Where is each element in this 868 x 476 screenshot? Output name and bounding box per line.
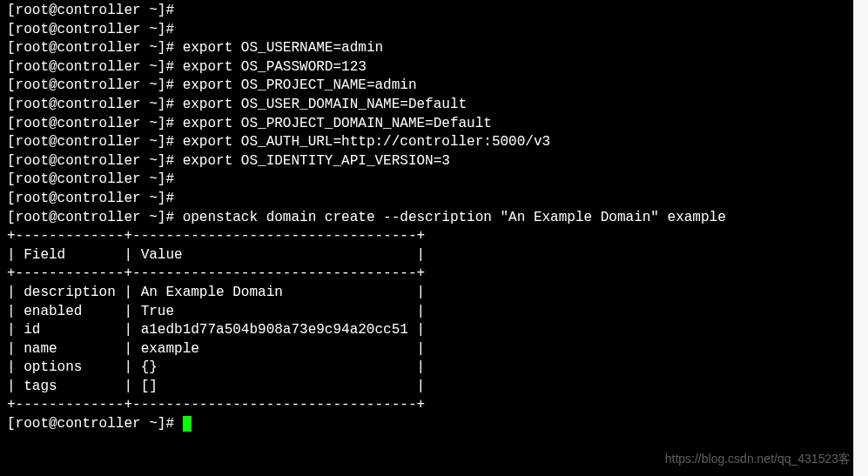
right-margin xyxy=(853,0,868,476)
table-row: | description | An Example Domain | xyxy=(7,285,425,300)
watermark-text: https://blog.csdn.net/qq_431523客 xyxy=(665,452,851,467)
command-line: [root@controller ~]# export OS_USERNAME=… xyxy=(7,40,383,56)
table-row: | enabled | True | xyxy=(7,304,425,319)
command-line: [root@controller ~]# export OS_PASSWORD=… xyxy=(7,59,367,75)
table-border: +-------------+-------------------------… xyxy=(7,265,425,281)
command-line: [root@controller ~]# export OS_IDENTITY_… xyxy=(7,153,450,169)
table-border: +-------------+-------------------------… xyxy=(7,228,425,244)
prompt-line: [root@controller ~]# xyxy=(7,3,183,18)
command-line: [root@controller ~]# export OS_PROJECT_D… xyxy=(7,116,492,131)
table-row: | options | {} | xyxy=(7,359,425,375)
prompt-cursor-line: [root@controller ~]# xyxy=(7,416,192,432)
cursor-icon xyxy=(183,416,192,432)
prompt-line: [root@controller ~]# xyxy=(7,191,183,206)
terminal-window[interactable]: [root@controller ~]# [root@controller ~]… xyxy=(0,0,853,476)
table-border: +-------------+-------------------------… xyxy=(7,397,425,412)
command-line: [root@controller ~]# export OS_USER_DOMA… xyxy=(7,97,467,112)
prompt-line: [root@controller ~]# xyxy=(7,171,183,187)
command-line: [root@controller ~]# openstack domain cr… xyxy=(7,210,726,225)
table-row: | name | example | xyxy=(7,341,425,357)
command-line: [root@controller ~]# export OS_PROJECT_N… xyxy=(7,77,416,93)
table-header: | Field | Value | xyxy=(7,247,425,263)
table-row: | id | a1edb1d77a504b908a73e9c94a20cc51 … xyxy=(7,322,425,338)
prompt-line: [root@controller ~]# xyxy=(7,22,183,37)
command-line: [root@controller ~]# export OS_AUTH_URL=… xyxy=(7,134,550,150)
table-row: | tags | [] | xyxy=(7,379,425,394)
